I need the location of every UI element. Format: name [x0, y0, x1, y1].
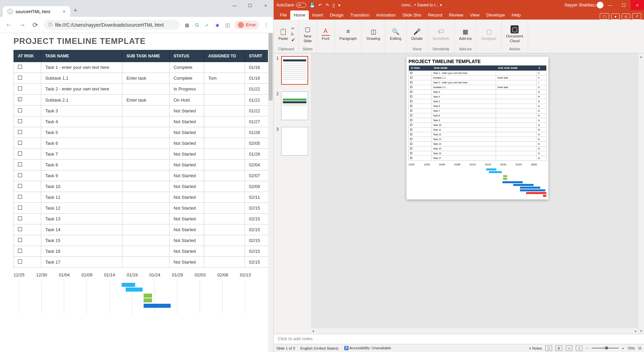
extensions-icon[interactable]: ◫ [224, 22, 230, 28]
back-button[interactable]: ← [4, 20, 14, 30]
ext-icon-2[interactable]: G [194, 22, 200, 28]
font-button[interactable]: AFont [320, 27, 331, 41]
share-pdf-button[interactable]: ⎙ [622, 13, 630, 20]
risk-checkbox[interactable] [18, 130, 22, 134]
ppt-maximize-button[interactable]: ☐ [617, 0, 630, 10]
ribbon-tab-develope[interactable]: Develope [483, 10, 508, 20]
risk-checkbox[interactable] [18, 86, 22, 90]
slideshow-icon[interactable]: ▯ [332, 3, 335, 8]
risk-checkbox[interactable] [18, 206, 22, 210]
new-tab-button[interactable]: + [70, 4, 81, 17]
risk-checkbox[interactable] [18, 141, 22, 145]
canvas-scrollbar-horizontal[interactable]: ◂▸ [311, 328, 638, 334]
url-input[interactable]: ⓘ file:///C:/Users/nayyer/Downloads/sour… [44, 20, 180, 30]
accessibility-status[interactable]: ♿ Accessibility: Unavailable [344, 346, 391, 350]
risk-checkbox[interactable] [18, 195, 22, 199]
redo-icon[interactable]: ↷ [325, 3, 329, 8]
new-slide-button[interactable]: ▢NewSlide [302, 25, 313, 44]
slide-counter[interactable]: Slide 1 of 3 [276, 346, 295, 350]
slide-thumb-2[interactable]: 2 [276, 91, 308, 120]
assigned-cell [204, 127, 245, 138]
notes-button[interactable]: ≡ Notes [529, 346, 542, 350]
present-button[interactable]: ▢ [600, 13, 609, 20]
dictate-button[interactable]: 🎤Dictate [410, 27, 424, 41]
ribbon-tab-animation[interactable]: Animation [373, 10, 399, 20]
slide-thumb-3[interactable]: 3 [276, 127, 308, 156]
chrome-minimize-button[interactable]: — [227, 0, 242, 11]
ribbon-display-button[interactable]: ▭ [590, 0, 603, 10]
ribbon-tab-insert[interactable]: Insert [309, 10, 327, 20]
ribbon-tab-design[interactable]: Design [326, 10, 347, 20]
forward-button[interactable]: → [18, 20, 27, 30]
ext-icon-4[interactable]: ◆ [214, 22, 220, 28]
share-button[interactable]: ↗ [632, 13, 641, 20]
normal-view-button[interactable]: ▢ [545, 346, 552, 351]
ext-icon-1[interactable]: ▦ [184, 22, 190, 28]
document-title[interactable]: conv... • Saved to t... ▾ [401, 3, 442, 7]
autosave-toggle[interactable]: AutoSave Off [276, 3, 306, 7]
subtask-cell [122, 214, 169, 224]
zoom-out-button[interactable]: − [586, 346, 588, 350]
risk-checkbox[interactable] [18, 227, 22, 231]
risk-checkbox[interactable] [18, 108, 22, 112]
profile-error-badge[interactable]: Error [234, 21, 259, 29]
language-status[interactable]: English (United States) [300, 346, 339, 350]
ppt-minimize-button[interactable]: — [603, 0, 617, 10]
risk-checkbox[interactable] [18, 119, 22, 123]
chrome-menu-icon[interactable]: ⋮ [263, 22, 269, 28]
ribbon-tab-file[interactable]: File [276, 10, 290, 20]
copy-icon[interactable]: ⎘ [291, 32, 295, 36]
ribbon-tab-review[interactable]: Review [446, 10, 467, 20]
notes-pane[interactable]: Click to add notes [274, 334, 644, 344]
ribbon-tab-transition[interactable]: Transition [347, 10, 373, 20]
paragraph-button[interactable]: ≡Paragraph [338, 27, 358, 41]
ribbon-tab-record[interactable]: Record [425, 10, 446, 20]
chrome-tab[interactable]: ◌ sourceHTML.html × [3, 6, 70, 17]
ext-icon-3[interactable]: ✓ [204, 22, 210, 28]
zoom-in-button[interactable]: + [622, 346, 624, 350]
save-icon[interactable]: 💾 [309, 3, 315, 8]
drawing-button[interactable]: ◫Drawing [365, 27, 381, 41]
reading-view-button[interactable]: ▭ [566, 346, 572, 351]
undo-icon[interactable]: ↶ [318, 3, 322, 8]
close-tab-icon[interactable]: × [63, 9, 66, 14]
fit-to-window-button[interactable]: ⊡ [638, 346, 641, 350]
record-button[interactable]: ● [611, 13, 620, 20]
risk-checkbox[interactable] [18, 260, 22, 264]
qat-dropdown-icon[interactable]: ▾ [338, 3, 341, 8]
ppt-close-button[interactable]: × [630, 0, 644, 10]
slide-gantt-tick: 12/25 [408, 163, 424, 166]
slideshow-view-button[interactable]: ▯ [576, 346, 583, 351]
format-painter-icon[interactable]: 🖌 [291, 37, 295, 42]
ribbon-tab-slide sho[interactable]: Slide Sho [399, 10, 425, 20]
risk-checkbox[interactable] [18, 76, 22, 80]
risk-checkbox[interactable] [18, 97, 22, 101]
ribbon-tab-view[interactable]: View [467, 10, 483, 20]
site-info-icon[interactable]: ⓘ [48, 22, 52, 28]
addins-button[interactable]: ▦Add-ins [458, 27, 473, 41]
sorter-view-button[interactable]: ⊞ [555, 346, 562, 351]
risk-checkbox[interactable] [18, 184, 22, 188]
slide-thumb-1[interactable]: 1 [276, 56, 308, 85]
paste-button[interactable]: 📋Paste [277, 27, 289, 41]
reload-button[interactable]: ⟳ [31, 20, 40, 30]
risk-checkbox[interactable] [18, 249, 22, 253]
chrome-maximize-button[interactable]: ☐ [242, 0, 258, 11]
editing-button[interactable]: 🔍Editing [389, 27, 403, 41]
risk-checkbox[interactable] [18, 216, 22, 220]
document-cloud-button[interactable]: ▢DocumentCloud [505, 25, 524, 44]
zoom-slider[interactable] [592, 348, 619, 349]
designer-button[interactable]: ▢Designer [480, 27, 498, 41]
canvas-scrollbar-vertical[interactable]: ▴▾ [638, 53, 644, 334]
risk-checkbox[interactable] [18, 173, 22, 177]
risk-checkbox[interactable] [18, 65, 22, 69]
chrome-close-button[interactable]: × [258, 0, 273, 11]
slide-canvas[interactable]: PROJECT TIMELINE TEMPLATE AT RISKTASK NA… [311, 53, 644, 334]
cut-icon[interactable]: ✂ [291, 26, 295, 31]
risk-checkbox[interactable] [18, 238, 22, 242]
ribbon-tab-home[interactable]: Home [290, 10, 309, 20]
ribbon-tab-help[interactable]: Help [508, 10, 524, 20]
risk-checkbox[interactable] [18, 162, 22, 166]
risk-checkbox[interactable] [18, 152, 22, 156]
zoom-level[interactable]: 70% [627, 346, 635, 350]
